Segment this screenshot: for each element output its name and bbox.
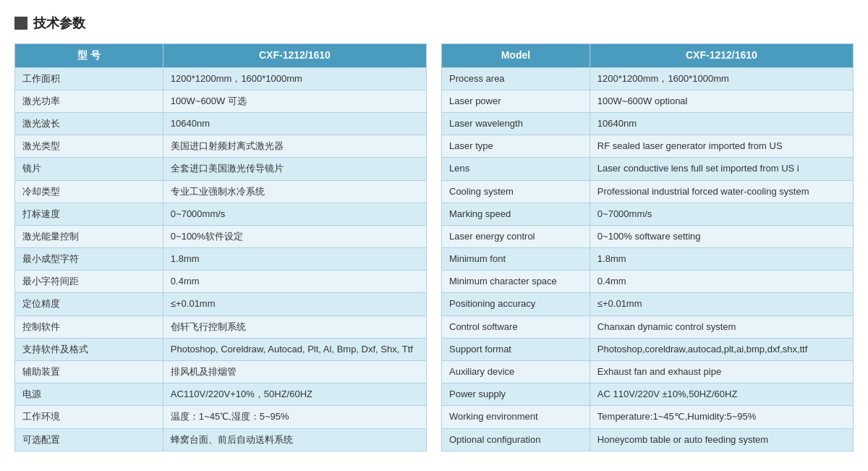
table-row: LensLaser conductive lens full set impor… [442,158,854,180]
right-row-value: 10640nm [590,112,853,135]
title-square-icon [14,17,27,30]
right-row-label: Lens [442,158,590,180]
right-row-label: Support format [442,338,590,360]
left-row-value: Photoshop, Coreldraw, Autocad, Plt, Al, … [163,338,426,360]
table-row: 打标速度0~7000mm/s [15,203,427,225]
table-row: 工作面积1200*1200mm，1600*1000mm [15,67,427,90]
left-row-value: 1.8mm [163,248,426,271]
left-row-value: ≤+0.01mm [163,293,426,315]
right-col1-header: Model [442,44,590,68]
table-row: Laser energy control0~100% software sett… [442,225,854,247]
right-row-label: Cooling system [442,180,590,203]
right-row-value: Honeycomb table or auto feeding system [590,428,853,451]
right-row-label: Power supply [442,383,590,406]
left-row-label: 控制软件 [15,315,163,338]
table-row: Cooling systemProfessional industrial fo… [442,180,854,203]
left-row-label: 最小字符间距 [15,271,163,293]
right-table: Model CXF-1212/1610 Process area1200*120… [441,43,854,451]
right-row-label: Process area [442,67,590,90]
table-row: 支持软件及格式Photoshop, Coreldraw, Autocad, Pl… [15,338,427,360]
table-row: Control softwareChanxan dynamic control … [442,315,854,338]
left-row-value: 专业工业强制水冷系统 [163,180,426,203]
right-row-value: ≤+0.01mm [590,293,853,315]
right-row-value: AC 110V/220V ±10%,50HZ/60HZ [590,383,853,406]
left-row-value: 蜂窝台面、前后自动送料系统 [163,428,426,451]
left-row-value: AC110V/220V+10%，50HZ/60HZ [163,383,426,406]
left-row-label: 激光能量控制 [15,225,163,247]
right-col2-header: CXF-1212/1610 [590,44,853,68]
left-row-label: 冷却类型 [15,180,163,203]
table-row: Laser wavelength10640nm [442,112,854,135]
left-row-label: 镜片 [15,158,163,180]
right-row-value: 1200*1200mm，1600*1000mm [590,67,853,90]
table-row: Optional configurationHoneycomb table or… [442,428,854,451]
right-row-label: Laser type [442,135,590,158]
right-row-value: Professional industrial forced water-coo… [590,180,853,203]
left-table: 型 号 CXF-1212/1610 工作面积1200*1200mm，1600*1… [14,43,427,451]
left-col2-header: CXF-1212/1610 [163,44,426,68]
right-row-value: 0~100% software setting [590,225,853,247]
right-row-value: Exhaust fan and exhaust pipe [590,361,853,383]
left-row-value: 创轩飞行控制系统 [163,315,426,338]
right-row-label: Positioning accuracy [442,293,590,315]
right-table-header: Model CXF-1212/1610 [442,44,854,68]
table-row: 最小成型字符1.8mm [15,248,427,271]
right-row-label: Optional configuration [442,428,590,451]
left-row-label: 打标速度 [15,203,163,225]
right-row-label: Laser power [442,90,590,112]
table-row: Laser power100W~600W optional [442,90,854,112]
right-row-label: Minimum character space [442,271,590,293]
table-row: Process area1200*1200mm，1600*1000mm [442,67,854,90]
table-row: Support formatPhotoshop,coreldraw,autoca… [442,338,854,360]
right-row-value: 1.8mm [590,248,853,271]
right-row-value: RF sealed laser generator imported from … [590,135,853,158]
left-row-label: 辅助装置 [15,361,163,383]
table-row: 定位精度≤+0.01mm [15,293,427,315]
right-row-value: 100W~600W optional [590,90,853,112]
table-row: 控制软件创轩飞行控制系统 [15,315,427,338]
right-row-value: Chanxan dynamic control system [590,315,853,338]
right-row-label: Laser energy control [442,225,590,247]
table-row: 最小字符间距0.4mm [15,271,427,293]
left-row-value: 美国进口射频封离式激光器 [163,135,426,158]
table-row: 镜片全套进口美国激光传导镜片 [15,158,427,180]
table-row: 辅助装置排风机及排烟管 [15,361,427,383]
right-row-label: Minimum font [442,248,590,271]
table-row: Auxiliary deviceExhaust fan and exhaust … [442,361,854,383]
page-title: 技术参数 [14,14,854,32]
left-row-label: 可选配置 [15,428,163,451]
right-row-value: Photoshop,coreldraw,autocad,plt,ai,bmp,d… [590,338,853,360]
left-row-label: 电源 [15,383,163,406]
left-row-label: 工作面积 [15,67,163,90]
left-col1-header: 型 号 [15,44,163,68]
table-row: Marking speed0~7000mm/s [442,203,854,225]
right-row-label: Auxiliary device [442,361,590,383]
table-row: Power supplyAC 110V/220V ±10%,50HZ/60HZ [442,383,854,406]
table-row: 激光能量控制0~100%软件设定 [15,225,427,247]
table-row: Minimum font1.8mm [442,248,854,271]
right-row-value: 0~7000mm/s [590,203,853,225]
table-row: 激光功率100W~600W 可选 [15,90,427,112]
left-table-header: 型 号 CXF-1212/1610 [15,44,427,68]
left-row-label: 激光波长 [15,112,163,135]
table-row: Working environmentTemperature:1~45℃,Hum… [442,406,854,428]
right-row-value: Temperature:1~45℃,Humidity:5~95% [590,406,853,428]
table-row: Minimum character space0.4mm [442,271,854,293]
tables-container: 型 号 CXF-1212/1610 工作面积1200*1200mm，1600*1… [14,43,854,451]
right-row-label: Working environment [442,406,590,428]
right-row-label: Laser wavelength [442,112,590,135]
left-row-value: 全套进口美国激光传导镜片 [163,158,426,180]
left-row-value: 0.4mm [163,271,426,293]
left-row-label: 激光类型 [15,135,163,158]
left-row-value: 100W~600W 可选 [163,90,426,112]
table-row: 冷却类型专业工业强制水冷系统 [15,180,427,203]
right-row-value: Laser conductive lens full set imported … [590,158,853,180]
table-row: 电源AC110V/220V+10%，50HZ/60HZ [15,383,427,406]
table-row: 激光波长10640nm [15,112,427,135]
left-row-value: 0~100%软件设定 [163,225,426,247]
left-row-label: 定位精度 [15,293,163,315]
table-row: Positioning accuracy≤+0.01mm [442,293,854,315]
table-row: 可选配置蜂窝台面、前后自动送料系统 [15,428,427,451]
left-row-value: 0~7000mm/s [163,203,426,225]
left-row-value: 排风机及排烟管 [163,361,426,383]
